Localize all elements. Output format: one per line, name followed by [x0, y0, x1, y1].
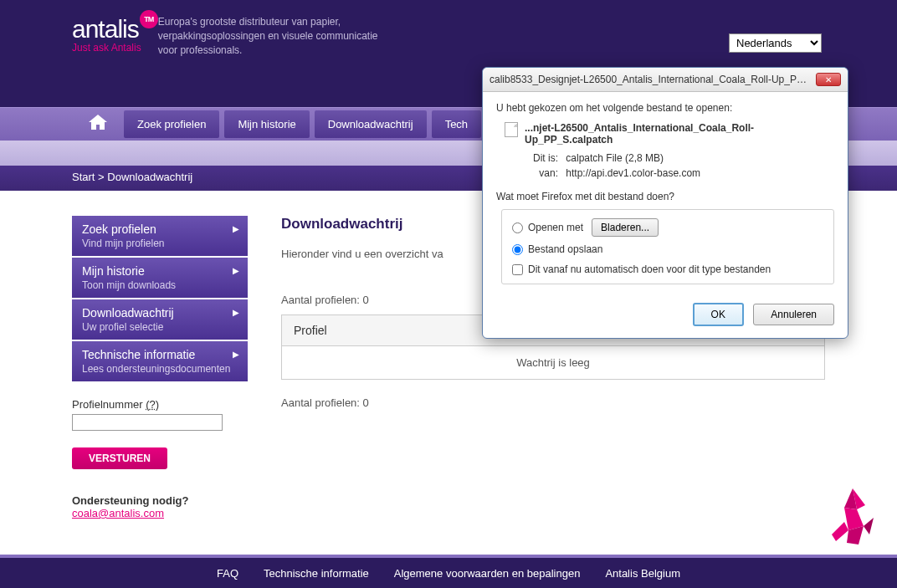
origami-figure: [823, 484, 882, 551]
close-button[interactable]: ✕: [816, 73, 841, 86]
support-label: Ondersteuning nodig?: [72, 494, 248, 507]
help-hint[interactable]: (?): [146, 398, 159, 411]
dialog-prompt: U hebt gekozen om het volgende bestand t…: [496, 102, 834, 114]
chevron-right-icon: ▶: [233, 308, 239, 317]
nav-tech[interactable]: Tech: [432, 110, 481, 138]
footer-techinfo[interactable]: Technische informatie: [264, 567, 369, 580]
table-empty-message: Wachtrij is leeg: [282, 346, 824, 379]
sidebar-item-label: Zoek profielen: [82, 222, 238, 236]
tagline: Just ask Antalis: [72, 42, 141, 54]
chevron-right-icon: ▶: [233, 224, 239, 233]
footer-faq[interactable]: FAQ: [217, 567, 238, 580]
language-selector[interactable]: Nederlands: [729, 33, 822, 53]
send-button[interactable]: VERSTUREN: [72, 447, 167, 469]
sidebar-item-label: Mijn historie: [82, 264, 238, 278]
dialog-filename: ...njet-L26500_Antalis_International_Coa…: [525, 122, 834, 146]
chevron-right-icon: ▶: [233, 350, 239, 359]
svg-marker-2: [844, 508, 864, 530]
sidebar-item-history[interactable]: Mijn historie Toon mijn downloads ▶: [72, 258, 248, 298]
sidebar-item-queue[interactable]: Downloadwachtrij Uw profiel selectie ▶: [72, 299, 248, 340]
nav-search-profiles[interactable]: Zoek profielen: [124, 110, 219, 138]
logo-tm-badge: TM: [140, 10, 158, 28]
footer-terms[interactable]: Algemene voorwaarden en bepalingen: [394, 567, 581, 580]
save-file-label: Bestand opslaan: [528, 243, 602, 255]
download-dialog: calib8533_Designjet-L26500_Antalis_Inter…: [482, 67, 848, 339]
sidebar-item-techinfo[interactable]: Technische informatie Lees ondersteuning…: [72, 341, 248, 381]
breadcrumb-start[interactable]: Start: [72, 171, 95, 183]
nav-download-queue[interactable]: Downloadwachtrij: [315, 110, 427, 138]
logo: antalis TM: [72, 15, 141, 43]
file-type-label: Dit is:: [525, 152, 558, 164]
sidebar-item-search[interactable]: Zoek profielen Vind mijn profielen ▶: [72, 216, 248, 256]
cancel-button[interactable]: Annuleren: [753, 304, 834, 325]
breadcrumb-current: Downloadwachtrij: [107, 171, 192, 183]
profile-number-input[interactable]: [72, 414, 223, 431]
browse-button[interactable]: Bladeren...: [592, 218, 659, 237]
save-file-radio[interactable]: [512, 244, 523, 255]
profile-count-bottom: Aantal profielen: 0: [281, 396, 825, 409]
header-description: Europa's grootste distributeur van papie…: [158, 15, 392, 57]
auto-action-label: Dit vanaf nu automatisch doen voor dit t…: [528, 263, 771, 275]
auto-action-checkbox[interactable]: [512, 264, 523, 275]
sidebar-item-label: Technische informatie: [82, 348, 238, 361]
home-icon[interactable]: [72, 112, 124, 137]
file-type-value: calpatch File (2,8 MB): [566, 152, 664, 164]
sidebar-item-label: Downloadwachtrij: [82, 306, 238, 320]
profile-number-label: Profielnummer (?): [72, 398, 248, 411]
open-with-radio[interactable]: [512, 222, 523, 233]
breadcrumb-sep: >: [98, 171, 105, 183]
sidebar-item-sub: Vind mijn profielen: [82, 238, 238, 249]
svg-marker-3: [864, 518, 874, 534]
sidebar-item-sub: Uw profiel selectie: [82, 321, 238, 333]
chevron-right-icon: ▶: [233, 266, 239, 275]
dialog-action-prompt: Wat moet Firefox met dit bestand doen?: [496, 191, 834, 202]
nav-my-history[interactable]: Mijn historie: [224, 110, 309, 138]
sidebar-item-sub: Toon mijn downloads: [82, 279, 238, 291]
open-with-label: Openen met: [528, 222, 583, 233]
sidebar-item-sub: Lees ondersteuningsdocumenten: [82, 363, 238, 375]
file-icon: [505, 122, 518, 137]
svg-marker-5: [832, 522, 848, 541]
footer-antalis-belgium[interactable]: Antalis Belgium: [605, 567, 680, 580]
logo-text: antalis: [72, 15, 139, 43]
ok-button[interactable]: OK: [693, 303, 744, 326]
support-block: Ondersteuning nodig? coala@antalis.com: [72, 494, 248, 519]
language-dropdown[interactable]: Nederlands: [729, 33, 822, 53]
support-email-link[interactable]: coala@antalis.com: [72, 507, 164, 519]
dialog-title-text: calib8533_Designjet-L26500_Antalis_Inter…: [490, 74, 807, 85]
file-from-value: http://api.dev1.color-base.com: [566, 167, 700, 179]
file-from-label: van:: [525, 167, 558, 179]
